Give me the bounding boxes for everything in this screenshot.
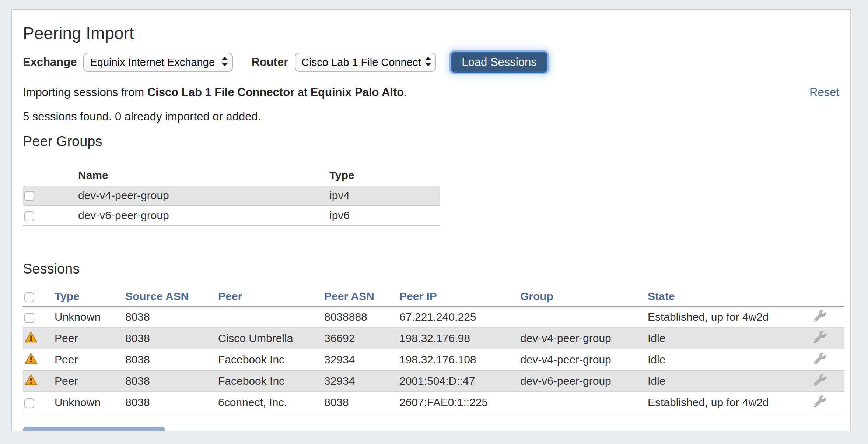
col-header-name: Name	[78, 165, 329, 186]
load-sessions-button[interactable]: Load Sessions	[451, 52, 547, 73]
peer-groups-heading: Peer Groups	[23, 134, 839, 149]
cell-group: dev-v6-peer-group	[520, 370, 648, 392]
wrench-icon[interactable]	[814, 395, 826, 410]
col-header-state[interactable]: State	[648, 287, 795, 306]
col-header-group[interactable]: Group	[520, 287, 648, 306]
sessions-summary: 5 sessions found. 0 already imported or …	[23, 110, 839, 123]
cell-peer-asn: 36692	[324, 328, 399, 349]
cell-peer-asn: 8038	[324, 392, 399, 413]
cell-source-asn: 8038	[125, 370, 218, 392]
wrench-icon[interactable]	[814, 374, 826, 388]
cell-group-type: ipv4	[329, 186, 440, 205]
session-row: Peer 8038 Facebook Inc 32934 198.32.176.…	[23, 349, 844, 370]
peer-group-row: dev-v4-peer-group ipv4	[23, 186, 440, 205]
warning-triangle-icon	[24, 353, 38, 367]
session-row: Unknown 8038 6connect, Inc. 8038 2607:FA…	[23, 392, 844, 413]
cell-state: Idle	[648, 370, 795, 392]
router-select-value: Cisco Lab 1 File Connector	[301, 56, 421, 68]
cell-peer: Facebook Inc	[218, 370, 324, 392]
peer-groups-table: Name Type dev-v4-peer-group ipv4 dev-v6-…	[23, 165, 440, 226]
status-row: Importing sessions from Cisco Lab 1 File…	[23, 86, 839, 99]
cell-type: Peer	[55, 349, 125, 370]
import-selected-button[interactable]: Import Selected Sessions	[23, 427, 165, 431]
cell-type: Peer	[55, 328, 125, 349]
select-all-checkbox[interactable]	[24, 292, 34, 302]
row-checkbox[interactable]	[24, 313, 34, 323]
warning-triangle-icon	[24, 374, 38, 388]
peer-groups-header-row: Name Type	[23, 165, 440, 186]
cell-group-name: dev-v6-peer-group	[78, 205, 329, 225]
sessions-header-row: Type Source ASN Peer Peer ASN Peer IP Gr…	[23, 287, 844, 306]
row-checkbox[interactable]	[24, 211, 34, 221]
cell-source-asn: 8038	[125, 349, 218, 370]
peering-import-panel: Peering Import Exchange Equinix Internet…	[11, 9, 851, 431]
cell-peer	[218, 306, 324, 328]
session-row: Unknown 8038 8038888 67.221.240.225 Esta…	[23, 306, 844, 328]
importing-status-text: Importing sessions from Cisco Lab 1 File…	[23, 86, 407, 99]
cell-peer-ip: 198.32.176.108	[399, 349, 520, 370]
cell-source-asn: 8038	[125, 306, 218, 328]
cell-peer-ip: 2607:FAE0:1::225	[399, 392, 520, 413]
col-header-type: Type	[329, 165, 440, 186]
cell-type: Peer	[55, 370, 125, 392]
cell-group-type: ipv6	[329, 205, 440, 225]
session-row: Peer 8038 Facebook Inc 32934 2001:504:D:…	[23, 370, 844, 392]
peer-groups-select-col	[23, 165, 78, 186]
exchange-name: Equinix Palo Alto	[310, 86, 404, 99]
peer-group-row: dev-v6-peer-group ipv6	[23, 205, 440, 225]
col-header-peer[interactable]: Peer	[218, 287, 324, 306]
updown-arrows-icon	[424, 56, 432, 68]
wrench-icon[interactable]	[814, 310, 826, 324]
row-checkbox[interactable]	[24, 398, 34, 408]
cell-source-asn: 8038	[125, 328, 218, 349]
cell-type: Unknown	[55, 392, 125, 413]
cell-peer: 6connect, Inc.	[218, 392, 324, 413]
exchange-label: Exchange	[23, 56, 77, 69]
page-title: Peering Import	[23, 23, 839, 43]
cell-peer: Cisco Umbrella	[218, 328, 324, 349]
footer-row: Import Selected Sessions Reset	[23, 427, 839, 431]
col-header-actions	[795, 287, 844, 306]
row-checkbox[interactable]	[24, 191, 34, 201]
updown-arrows-icon	[221, 56, 228, 68]
cell-state: Established, up for 4w2d	[648, 306, 795, 328]
cell-peer-asn: 32934	[324, 349, 399, 370]
cell-state: Idle	[648, 328, 795, 349]
cell-state: Established, up for 4w2d	[648, 392, 795, 413]
sessions-table: Type Source ASN Peer Peer ASN Peer IP Gr…	[23, 287, 844, 413]
cell-peer-ip: 198.32.176.98	[399, 328, 520, 349]
cell-type: Unknown	[55, 306, 125, 328]
cell-peer-asn: 8038888	[324, 306, 399, 328]
import-form-row: Exchange Equinix Internet Exchange Palo …	[23, 52, 839, 73]
connector-name: Cisco Lab 1 File Connector	[147, 86, 295, 99]
reset-link-top[interactable]: Reset	[809, 86, 839, 99]
router-label: Router	[251, 56, 288, 69]
cell-group: dev-v4-peer-group	[520, 349, 648, 370]
cell-source-asn: 8038	[125, 392, 218, 413]
reset-link-bottom[interactable]: Reset	[809, 430, 839, 431]
cell-peer-ip: 67.221.240.225	[399, 306, 520, 328]
col-header-source-asn[interactable]: Source ASN	[125, 287, 218, 306]
cell-group	[520, 392, 648, 413]
cell-group: dev-v4-peer-group	[520, 328, 648, 349]
cell-peer: Facebook Inc	[218, 349, 324, 370]
sessions-heading: Sessions	[23, 261, 839, 277]
cell-group-name: dev-v4-peer-group	[78, 186, 329, 205]
cell-group	[520, 306, 648, 328]
wrench-icon[interactable]	[814, 353, 826, 367]
exchange-select[interactable]: Equinix Internet Exchange Palo Alto	[83, 53, 233, 72]
warning-triangle-icon	[24, 331, 38, 346]
cell-peer-ip: 2001:504:D::47	[399, 370, 520, 392]
exchange-select-value: Equinix Internet Exchange Palo Alto	[90, 56, 218, 68]
col-header-peer-asn[interactable]: Peer ASN	[324, 287, 399, 306]
col-header-peer-ip[interactable]: Peer IP	[399, 287, 520, 306]
wrench-icon[interactable]	[814, 331, 826, 346]
cell-peer-asn: 32934	[324, 370, 399, 392]
session-row: Peer 8038 Cisco Umbrella 36692 198.32.17…	[23, 328, 844, 349]
col-header-type[interactable]: Type	[55, 287, 125, 306]
router-select[interactable]: Cisco Lab 1 File Connector	[295, 53, 436, 72]
cell-state: Idle	[648, 349, 795, 370]
